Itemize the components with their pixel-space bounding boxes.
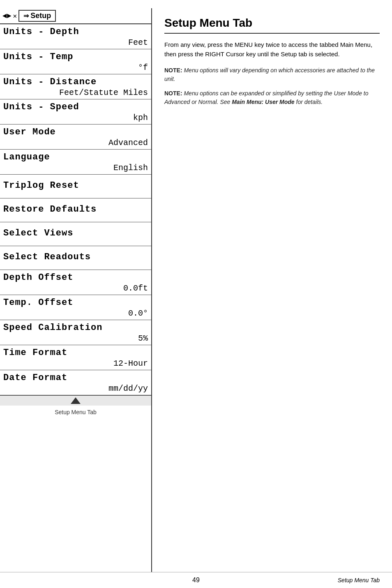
select-readouts-label: Select Readouts — [3, 252, 148, 262]
language-label: Language — [3, 152, 148, 162]
time-format-value: 12-Hour — [3, 359, 148, 368]
nav-icon-left: ◄► — [2, 12, 12, 20]
speed-calibration-label: Speed Calibration — [3, 323, 148, 333]
menu-item-units-depth[interactable]: Units - Depth Feet — [0, 24, 151, 49]
menu-item-select-views[interactable]: Select Views — [0, 222, 151, 246]
units-distance-label: Units - Distance — [3, 77, 148, 87]
footer-section-label: Setup Menu Tab — [338, 577, 380, 583]
main-content: ◄► ✕ ⇒ Setup Units - Depth Feet Units - … — [0, 8, 392, 572]
description-text: From any view, press the MENU key twice … — [164, 40, 380, 59]
note1: NOTE: Menu options will vary depending o… — [164, 66, 380, 83]
note2-suffix: for details. — [295, 99, 323, 105]
units-speed-label: Units - Speed — [3, 102, 148, 112]
units-temp-label: Units - Temp — [3, 52, 148, 62]
units-speed-value: kph — [3, 113, 148, 122]
left-panel: ◄► ✕ ⇒ Setup Units - Depth Feet Units - … — [0, 8, 152, 572]
setup-tab-label: Setup — [30, 12, 51, 20]
menu-item-units-distance[interactable]: Units - Distance Feet/Statute Miles — [0, 74, 151, 99]
date-format-label: Date Format — [3, 373, 148, 383]
menu-item-select-readouts[interactable]: Select Readouts — [0, 246, 151, 270]
restore-defaults-label: Restore Defaults — [3, 204, 148, 214]
note2: NOTE: Menu options can be expanded or si… — [164, 89, 380, 106]
note1-text: Menu options will vary depending on whic… — [164, 67, 375, 82]
setup-tab[interactable]: ⇒ Setup — [18, 10, 56, 22]
menu-item-language[interactable]: Language English — [0, 150, 151, 175]
units-depth-value: Feet — [3, 38, 148, 47]
menu-item-triplog-reset[interactable]: Triplog Reset — [0, 175, 151, 198]
menu-item-temp-offset[interactable]: Temp. Offset 0.0° — [0, 295, 151, 320]
depth-offset-value: 0.0ft — [3, 284, 148, 293]
menu-item-date-format[interactable]: Date Format mm/dd/yy — [0, 370, 151, 395]
units-depth-label: Units - Depth — [3, 27, 148, 37]
note2-link: Main Menu: User Mode — [232, 99, 294, 105]
time-format-label: Time Format — [3, 348, 148, 358]
user-mode-label: User Mode — [3, 127, 148, 137]
menu-item-restore-defaults[interactable]: Restore Defaults — [0, 198, 151, 222]
user-mode-value: Advanced — [3, 138, 148, 148]
temp-offset-value: 0.0° — [3, 309, 148, 318]
menu-item-time-format[interactable]: Time Format 12-Hour — [0, 345, 151, 370]
left-panel-caption: Setup Menu Tab — [0, 406, 151, 419]
temp-offset-label: Temp. Offset — [3, 297, 148, 308]
menu-item-user-mode[interactable]: User Mode Advanced — [0, 125, 151, 150]
triplog-reset-label: Triplog Reset — [3, 180, 148, 191]
menu-item-units-temp[interactable]: Units - Temp °f — [0, 49, 151, 74]
menu-item-speed-calibration[interactable]: Speed Calibration 5% — [0, 320, 151, 345]
note2-label: NOTE: — [164, 90, 182, 97]
nav-icon-x: ✕ — [13, 12, 17, 20]
note1-label: NOTE: — [164, 67, 182, 74]
language-value: English — [3, 163, 148, 173]
scroll-up-indicator[interactable] — [0, 395, 151, 406]
scroll-up-arrow-icon — [71, 397, 81, 404]
page-footer: 49 Setup Menu Tab — [0, 572, 392, 588]
tab-header: ◄► ✕ ⇒ Setup — [0, 8, 151, 24]
setup-arrow-icon: ⇒ — [23, 12, 29, 20]
units-distance-value: Feet/Statute Miles — [3, 88, 148, 97]
menu-item-units-speed[interactable]: Units - Speed kph — [0, 99, 151, 125]
right-panel: Setup Menu Tab From any view, press the … — [152, 8, 392, 572]
date-format-value: mm/dd/yy — [3, 384, 148, 393]
select-views-label: Select Views — [3, 228, 148, 238]
speed-calibration-value: 5% — [3, 334, 148, 343]
depth-offset-label: Depth Offset — [3, 272, 148, 283]
page-container: ◄► ✕ ⇒ Setup Units - Depth Feet Units - … — [0, 0, 392, 588]
menu-item-depth-offset[interactable]: Depth Offset 0.0ft — [0, 270, 151, 295]
page-number: 49 — [192, 576, 200, 584]
page-title: Setup Menu Tab — [164, 16, 380, 34]
units-temp-value: °f — [3, 63, 148, 72]
